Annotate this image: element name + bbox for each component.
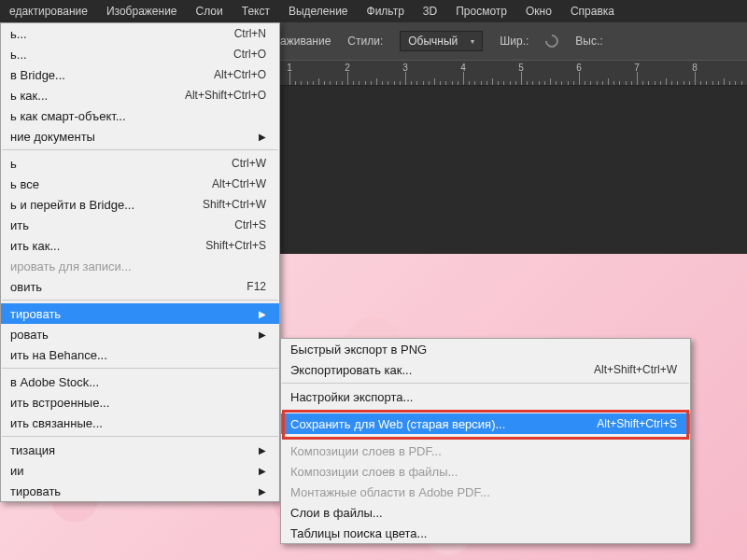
file-menu-item[interactable]: ить как...Shift+Ctrl+S xyxy=(1,235,279,256)
file-menu-item[interactable]: ь...Ctrl+N xyxy=(1,23,279,44)
menu-shortcut: Ctrl+O xyxy=(233,48,266,61)
export-menu-item[interactable]: Быстрый экспорт в PNG xyxy=(281,339,690,359)
menu-просмотр[interactable]: Просмотр xyxy=(446,0,516,22)
menu-item-label: тизация xyxy=(10,443,55,457)
menu-слои[interactable]: Слои xyxy=(187,0,233,22)
file-menu-item[interactable]: ии▶ xyxy=(1,460,279,481)
file-menu-item: ировать для записи... xyxy=(1,256,279,276)
menu-item-label: ить встроенные... xyxy=(10,396,109,410)
horizontal-ruler: 12345678 xyxy=(280,60,747,86)
menu-item-label: ь... xyxy=(10,27,27,41)
menu-выделение[interactable]: Выделение xyxy=(279,0,358,22)
menu-shortcut: Ctrl+S xyxy=(234,218,266,231)
style-dropdown-value: Обычный xyxy=(408,35,458,48)
menu-shortcut: Alt+Shift+Ctrl+O xyxy=(185,89,266,102)
menu-item-label: ь... xyxy=(10,48,27,62)
styles-label: Стили: xyxy=(347,35,383,48)
file-menu-item[interactable]: ние документы▶ xyxy=(1,126,279,147)
submenu-arrow-icon: ▶ xyxy=(259,132,266,142)
export-menu-item[interactable]: Настройки экспорта... xyxy=(281,386,690,407)
menu-item-label: ии xyxy=(10,464,24,478)
export-menu-item: Композиции слоев в PDF... xyxy=(281,441,690,461)
menu-item-label: в Bridge... xyxy=(10,68,65,82)
menu-shortcut: Ctrl+W xyxy=(232,157,266,170)
file-menu-item[interactable]: итьCtrl+S xyxy=(1,215,279,235)
menu-справка[interactable]: Справка xyxy=(561,0,624,22)
file-menu-item[interactable]: ровать▶ xyxy=(1,324,279,344)
submenu-arrow-icon: ▶ xyxy=(259,309,266,319)
file-menu-item[interactable]: в Bridge...Alt+Ctrl+O xyxy=(1,64,279,85)
menu-item-label: Композиции слоев в файлы... xyxy=(290,465,458,479)
menu-item-label: Таблицы поиска цвета... xyxy=(290,526,427,540)
file-menu-item[interactable]: ьCtrl+W xyxy=(1,153,279,174)
export-menu-item[interactable]: Сохранить для Web (старая версия)...Alt+… xyxy=(281,413,690,434)
height-label: Выс.: xyxy=(575,35,602,48)
file-menu-item[interactable]: ь...Ctrl+O xyxy=(1,44,279,64)
submenu-arrow-icon: ▶ xyxy=(259,329,266,340)
menu-item-label: ить xyxy=(10,218,29,232)
menu-едактирование[interactable]: едактирование xyxy=(0,0,97,22)
menu-3d[interactable]: 3D xyxy=(414,0,446,22)
smoothing-label: аживание xyxy=(280,35,331,48)
menu-item-label: ь все xyxy=(10,177,39,191)
export-menu-item[interactable]: Слои в файлы... xyxy=(281,502,690,523)
file-menu-item[interactable]: ь как...Alt+Shift+Ctrl+O xyxy=(1,85,279,105)
menu-окно[interactable]: Окно xyxy=(516,0,561,22)
file-menu-item[interactable]: ь и перейти в Bridge...Shift+Ctrl+W xyxy=(1,194,279,215)
menu-item-label: Слои в файлы... xyxy=(290,506,383,520)
file-menu-item[interactable]: овитьF12 xyxy=(1,276,279,297)
menu-изображение[interactable]: Изображение xyxy=(97,0,187,22)
submenu-arrow-icon: ▶ xyxy=(259,486,266,497)
export-menu-item[interactable]: Таблицы поиска цвета... xyxy=(281,523,690,543)
file-menu-item[interactable]: ить встроенные... xyxy=(1,392,279,413)
chevron-down-icon: ▾ xyxy=(469,37,476,45)
style-dropdown[interactable]: Обычный ▾ xyxy=(400,31,483,51)
menu-shortcut: Alt+Shift+Ctrl+W xyxy=(594,363,677,376)
menu-item-label: ь и перейти в Bridge... xyxy=(10,198,134,212)
menu-item-label: в Adobe Stock... xyxy=(10,375,99,389)
export-menu-item[interactable]: Экспортировать как...Alt+Shift+Ctrl+W xyxy=(281,359,690,380)
menu-item-label: тировать xyxy=(10,307,61,321)
submenu-arrow-icon: ▶ xyxy=(259,466,266,476)
menu-shortcut: Alt+Ctrl+O xyxy=(214,68,266,81)
width-label: Шир.: xyxy=(500,35,529,48)
menu-item-label: овить xyxy=(10,280,42,294)
menu-item-label: Сохранить для Web (старая версия)... xyxy=(290,417,505,431)
menu-item-label: ровать xyxy=(10,328,49,342)
menu-item-label: ить на Behance... xyxy=(10,348,107,362)
submenu-arrow-icon: ▶ xyxy=(259,445,266,455)
menu-item-label: Экспортировать как... xyxy=(290,363,412,377)
menu-item-label: ние документы xyxy=(10,130,95,144)
menu-item-label: ь как смарт-объект... xyxy=(10,109,126,123)
menu-shortcut: F12 xyxy=(247,280,266,293)
menu-shortcut: Ctrl+N xyxy=(234,27,266,40)
file-menu-item[interactable]: тизация▶ xyxy=(1,440,279,460)
export-submenu: Быстрый экспорт в PNGЭкспортировать как.… xyxy=(280,338,691,544)
menu-item-label: ировать для записи... xyxy=(10,259,132,273)
menu-bar: едактированиеИзображениеСлоиТекстВыделен… xyxy=(0,0,747,22)
menu-shortcut: Alt+Shift+Ctrl+S xyxy=(597,417,677,430)
menu-item-label: Композиции слоев в PDF... xyxy=(290,444,442,458)
menu-item-label: Быстрый экспорт в PNG xyxy=(290,343,427,357)
menu-shortcut: Shift+Ctrl+W xyxy=(203,198,266,211)
file-menu-item[interactable]: тировать▶ xyxy=(1,481,279,501)
menu-item-label: ь xyxy=(10,157,17,171)
menu-shortcut: Alt+Ctrl+W xyxy=(212,177,266,190)
file-menu-item[interactable]: ить связанные... xyxy=(1,413,279,433)
file-menu-item[interactable]: ь всеAlt+Ctrl+W xyxy=(1,174,279,194)
file-menu: ь...Ctrl+Nь...Ctrl+Oв Bridge...Alt+Ctrl+… xyxy=(0,22,280,502)
menu-shortcut: Shift+Ctrl+S xyxy=(205,239,266,252)
file-menu-item[interactable]: в Adobe Stock... xyxy=(1,371,279,392)
export-menu-item: Монтажные области в Adobe PDF... xyxy=(281,482,690,502)
file-menu-item[interactable]: ить на Behance... xyxy=(1,344,279,365)
menu-item-label: ить как... xyxy=(10,239,60,253)
menu-item-label: ь как... xyxy=(10,89,48,103)
file-menu-item[interactable]: тировать▶ xyxy=(1,303,279,324)
export-menu-item: Композиции слоев в файлы... xyxy=(281,461,690,482)
menu-item-label: Настройки экспорта... xyxy=(290,390,413,404)
menu-item-label: Монтажные области в Adobe PDF... xyxy=(290,485,490,499)
menu-фильтр[interactable]: Фильтр xyxy=(358,0,414,22)
file-menu-item[interactable]: ь как смарт-объект... xyxy=(1,105,279,126)
menu-текст[interactable]: Текст xyxy=(233,0,279,22)
swap-icon[interactable] xyxy=(543,32,561,50)
